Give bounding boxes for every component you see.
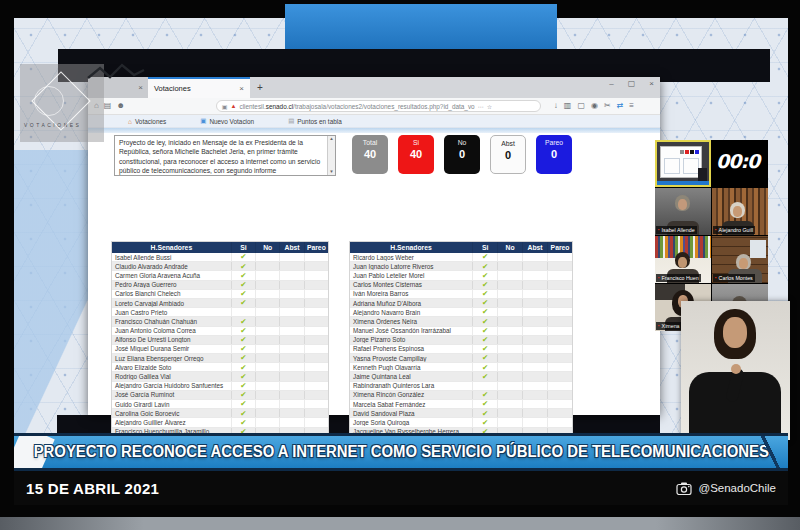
scroll-down-icon[interactable]: ▼ (329, 169, 333, 175)
url-text: clientesil.senado.cl/trabajosala/votacio… (239, 103, 474, 110)
participant-tile[interactable]: ▪Carlos Montes (712, 236, 768, 283)
bill-description: Proyecto de ley, iniciado en Mensaje de … (119, 139, 320, 174)
headline-banner: PROYECTO RECONOCE ACCESO A INTERNET COMO… (14, 433, 788, 471)
vote-check-icon: ✔ (482, 253, 488, 261)
senator-row: Juan Castro Prieto (112, 308, 328, 317)
senator-row: Carlos Montes Cisternas✔ (350, 281, 572, 290)
sync-icon[interactable]: ⇄ (617, 102, 624, 110)
senator-row: Jorge Pizarro Soto✔ (350, 336, 572, 345)
senator-row: Claudio Alvarado Andrade✔ (112, 262, 328, 271)
vote-check-icon: ✔ (482, 336, 488, 344)
senator-row: Carlos Bianchi Chelech✔ (112, 290, 328, 299)
screen-share-tile[interactable] (655, 140, 711, 187)
session-timer-tile: 00:0 (712, 140, 768, 187)
download-icon[interactable]: ↓ (554, 102, 558, 110)
participant-name: Ximena (662, 323, 680, 329)
zigzag-graphic (86, 62, 146, 84)
summary-total: Total40 (352, 135, 388, 174)
more-options-icon[interactable]: ⋯ (478, 103, 484, 110)
senators-table-right: H.SenadoresSiNoAbstPareoRicardo Lagos We… (349, 241, 573, 447)
vote-check-icon: ✔ (240, 336, 246, 344)
vote-check-icon: ✔ (482, 299, 488, 307)
senator-row: Luz Eliana Ebensperger Orrego✔ (112, 354, 328, 363)
scroll-up-icon[interactable]: ▲ (329, 136, 333, 142)
senator-row: Manuel José Ossandón Irarrázabal✔ (350, 327, 572, 336)
vote-check-icon: ✔ (240, 419, 246, 427)
vote-check-icon: ✔ (240, 299, 246, 307)
broadcast-date: 15 DE ABRIL 2021 (26, 480, 159, 497)
account-icon[interactable]: ◉ (591, 102, 598, 110)
participant-tile[interactable]: ▪Isabel Allende (655, 188, 711, 235)
senator-row: Kenneth Pugh Olavarría✔ (350, 363, 572, 372)
vote-check-icon: ✔ (482, 272, 488, 280)
bookmark-puntos-en-tabla[interactable]: ▤ Puntos en tabla (288, 117, 342, 125)
navigation-bar: ⌂ ▤ ☻ ▣ ▲ clientesil.senado.cl/trabajosa… (88, 98, 660, 115)
tab-votaciones[interactable]: Votaciones × (148, 77, 250, 98)
close-icon[interactable]: × (649, 79, 654, 88)
participant-tile[interactable]: ▪Francisco Huen (655, 236, 711, 283)
vote-check-icon: ✔ (482, 290, 488, 298)
bill-description-box[interactable]: Proyecto de ley, iniciado en Mensaje de … (114, 135, 336, 176)
scrollbar[interactable]: ▲ ▼ (327, 136, 335, 175)
senator-row: Alejandro García Huidobro Sanfuentes✔ (112, 382, 328, 391)
interpreter-thumbnail (698, 168, 707, 181)
senator-row: Jorge Soria Quiroga✔ (350, 418, 572, 427)
vote-check-icon: ✔ (482, 345, 488, 353)
mini-banner (657, 181, 709, 185)
bookmark-nuevo-votacion[interactable]: ▣ Nuevo Votacion (200, 117, 254, 125)
vote-check-icon: ✔ (482, 400, 488, 408)
participant-tile[interactable]: ▪Alejandro Guill (712, 188, 768, 235)
senator-row: Alfonso De Urresti Longton✔ (112, 336, 328, 345)
bookmark-votaciones[interactable]: ⌂ Votaciones (128, 118, 166, 125)
vote-check-icon: ✔ (240, 391, 246, 399)
participant-name: Francisco Huen (662, 275, 699, 281)
senator-row: Ximena Órdenes Neira✔ (350, 317, 572, 326)
table-header: H.SenadoresSiNoAbstPareo (112, 242, 328, 253)
summary-si: Si40 (398, 135, 434, 174)
senator-row: Marcela Sabat Fernández✔ (350, 400, 572, 409)
vote-check-icon: ✔ (482, 318, 488, 326)
table-header: H.SenadoresSiNoAbstPareo (350, 242, 572, 253)
recording-icon: ▪ (715, 276, 717, 281)
shield-icon[interactable]: ▣ (222, 103, 228, 110)
menu-icon[interactable]: ≡ (629, 102, 634, 110)
vote-check-icon: ✔ (240, 373, 246, 381)
senator-row: Francisco Chahuán Chahuán✔ (112, 317, 328, 326)
new-tab-button[interactable]: + (250, 77, 270, 98)
restore-icon[interactable]: ▢ (628, 79, 636, 88)
insecure-icon[interactable]: ▲ (231, 103, 237, 109)
screenshot-icon[interactable]: ✂ (604, 102, 611, 110)
profile-icon[interactable]: ☻ (116, 102, 124, 110)
toolbar-icons: ↓ ▥ ▢ ◉ ✂ ⇄ ≡ (554, 102, 634, 110)
library-icon[interactable]: ▥ (564, 102, 572, 110)
vote-check-icon: ✔ (240, 290, 246, 298)
senator-row: Loreto Carvajal Ambiado✔ (112, 299, 328, 308)
recording-icon: ▪ (658, 276, 660, 281)
participant-name: Carlos Montes (719, 275, 753, 281)
senator-row: Iván Moreira Barros✔ (350, 290, 572, 299)
close-icon[interactable]: × (138, 83, 143, 92)
senator-row: Rabindranath Quinteros Lara (350, 382, 572, 391)
print-icon[interactable]: ▤ (104, 102, 112, 110)
vote-check-icon: ✔ (482, 391, 488, 399)
vote-summary: Total40 Si40 No0 Abst0 Pareo0 (352, 135, 572, 174)
senator-row: Juan Ignacio Latorre Riveros✔ (350, 262, 572, 271)
background-window-bar (285, 4, 557, 49)
recording-icon: ▪ (658, 228, 660, 233)
browser-window: × Votaciones × + – ▢ × ⌂ ▤ ☻ ▣ ▲ cliente… (88, 77, 660, 415)
summary-abst: Abst0 (490, 135, 526, 174)
vote-check-icon: ✔ (482, 263, 488, 271)
senator-row: Jaime Quintana Leal✔ (350, 372, 572, 381)
url-bar[interactable]: ▣ ▲ clientesil.senado.cl/trabajosala/vot… (216, 100, 541, 112)
timer-value: 00:0 (716, 150, 759, 172)
bookmark-star-icon[interactable]: ☆ (487, 103, 492, 110)
close-icon[interactable]: × (239, 84, 244, 93)
senator-row: Yasna Provoste Campillay✔ (350, 354, 572, 363)
sidebar-icon[interactable]: ▢ (577, 102, 585, 110)
minimize-icon[interactable]: – (609, 79, 613, 88)
senator-row: Adriana Muñoz D'Albora✔ (350, 299, 572, 308)
senator-row: José Miguel Durana Semir✔ (112, 345, 328, 354)
senator-row: José García Ruminot✔ (112, 391, 328, 400)
vote-check-icon: ✔ (482, 419, 488, 427)
vote-check-icon: ✔ (240, 318, 246, 326)
